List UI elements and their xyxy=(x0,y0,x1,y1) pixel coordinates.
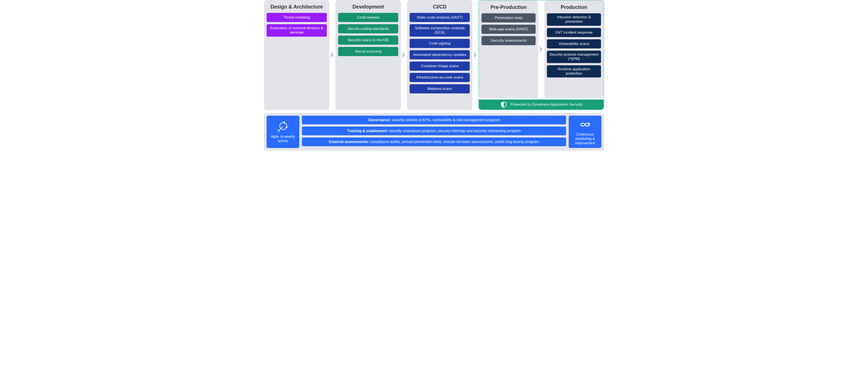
stage-item: Automated dependency updates xyxy=(410,50,470,59)
stage-item: Code signing xyxy=(410,39,470,48)
stage-development: Development Code reviews Secure coding s… xyxy=(336,0,401,110)
stage-item: Evaluation of external libraries & servi… xyxy=(267,24,327,37)
bar-external-assessments: External assessments: compliance audits,… xyxy=(302,138,566,146)
arrow-icon xyxy=(538,0,544,98)
stage-title: Design & Architecture xyxy=(267,4,327,10)
bar-text: security policies & KPIs, vulnerability … xyxy=(391,118,500,122)
stage-title: Pre-Production xyxy=(482,4,535,10)
arrow-icon xyxy=(472,0,478,110)
stage-item: Secure coding standards xyxy=(338,24,398,33)
stage-item: Security scans in the IDE xyxy=(338,35,398,45)
governance-bars: Governance: security policies & KPIs, vu… xyxy=(302,116,566,148)
bar-label: Training & enablement: xyxy=(347,129,388,133)
bottom-bar: Agile, bi-weekly sprints Governance: sec… xyxy=(264,113,604,151)
stage-title: Development xyxy=(338,4,398,10)
stage-item: Secret scanning xyxy=(338,47,398,56)
stage-item: Code reviews xyxy=(338,13,398,22)
stage-item: Web-app scans (DAST) xyxy=(482,25,535,34)
stage-ci-cd: CI/CD Static code analysis (SAST) Softwa… xyxy=(407,0,472,110)
stage-item: Security assessments xyxy=(482,36,535,45)
stage-item: Software composition analysis (SCA) xyxy=(410,24,470,37)
stage-item: Threat modeling xyxy=(267,13,327,22)
continuous-tile: Continuous monitoring & improvement xyxy=(569,116,601,148)
stage-item: Intrusion detection & prevention xyxy=(547,13,601,26)
stage-item: Static code analysis (SAST) xyxy=(410,13,470,22)
shield-icon xyxy=(500,101,507,108)
stage-design-architecture: Design & Architecture Threat modeling Ev… xyxy=(264,0,329,110)
stage-item: Container image scans xyxy=(410,61,470,71)
stage-production: Production Intrusion detection & prevent… xyxy=(544,0,603,98)
stage-item: 24/7 incident response xyxy=(547,28,601,37)
bar-label: Governance: xyxy=(368,118,391,122)
bar-label: External assessments: xyxy=(329,140,369,144)
protected-banner: Protected by Dynatrace Application Secur… xyxy=(479,99,603,110)
arrow-icon xyxy=(401,0,407,110)
protected-banner-text: Protected by Dynatrace Application Secur… xyxy=(510,103,583,107)
svg-point-1 xyxy=(286,126,287,128)
bar-text: security champions program, security tra… xyxy=(388,129,521,133)
stage-item: Penetration tests xyxy=(482,13,535,23)
stage-title: Production xyxy=(547,4,601,10)
stage-item: Runtime application protection xyxy=(547,65,601,78)
bar-training: Training & enablement: security champion… xyxy=(302,126,566,135)
stage-item: Infrastructure-as-code scans xyxy=(410,73,470,82)
svg-point-0 xyxy=(280,122,287,129)
stage-item: Vulnerability scans xyxy=(547,39,601,49)
sdlc-stages-row: Design & Architecture Threat modeling Ev… xyxy=(264,0,604,110)
continuous-label: Continuous monitoring & improvement xyxy=(570,132,600,145)
stage-item: Security posture management (*SPM) xyxy=(547,51,601,63)
agile-label: Agile, bi-weekly sprints xyxy=(268,135,298,143)
agile-tile: Agile, bi-weekly sprints xyxy=(267,116,299,148)
stage-pre-production: Pre-Production Penetration tests Web-app… xyxy=(479,0,538,98)
bar-text: compliance audits, annual penetration te… xyxy=(369,140,539,144)
stage-item: Malware scans xyxy=(410,84,470,93)
protected-group: Pre-Production Penetration tests Web-app… xyxy=(478,0,604,110)
bar-governance: Governance: security policies & KPIs, vu… xyxy=(302,116,566,124)
infinity-icon xyxy=(579,118,591,131)
arrow-icon xyxy=(329,0,336,110)
stage-title: CI/CD xyxy=(410,4,470,10)
sprint-cycle-icon xyxy=(277,120,289,133)
